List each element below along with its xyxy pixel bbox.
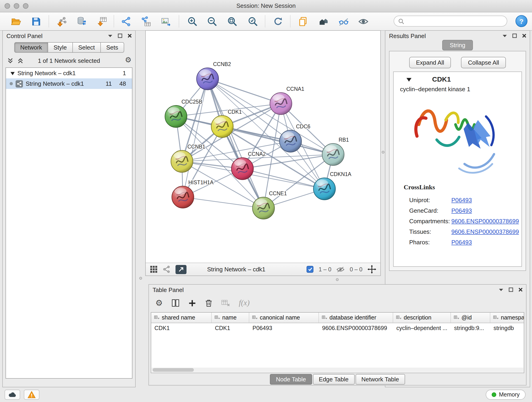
column-header-name[interactable]: name <box>212 313 249 323</box>
column-header-database-identifier[interactable]: database identifier <box>319 313 393 323</box>
node-label-HIST1H1A: HIST1H1A <box>188 179 214 185</box>
table-cell[interactable]: CDK1 <box>151 323 212 333</box>
crosslink-compartments-link[interactable]: 9606.ENSP00000378699 <box>451 218 519 225</box>
edge-CCNB2-CCNE1 <box>208 79 264 208</box>
new-network-button[interactable] <box>120 16 133 27</box>
import-network-from-file-button[interactable] <box>56 16 68 27</box>
float-panel-icon[interactable] <box>509 287 513 292</box>
close-panel-icon[interactable] <box>522 33 526 38</box>
selected-elements-checkbox[interactable] <box>307 266 314 273</box>
panel-menu-icon[interactable] <box>502 34 507 38</box>
search-input[interactable] <box>407 17 503 25</box>
column-header-description[interactable]: description <box>393 313 451 323</box>
home-houses-icon <box>318 16 329 27</box>
close-panel-icon[interactable] <box>518 287 523 292</box>
import-network-from-database-button[interactable] <box>76 16 88 27</box>
node-label-CCNA1: CCNA1 <box>286 86 304 92</box>
column-header-id[interactable]: @id <box>451 313 490 323</box>
expand-all-button[interactable]: Expand All <box>409 57 451 68</box>
select-columns-icon[interactable] <box>171 299 180 307</box>
table-import-icon <box>97 16 108 27</box>
zoom-out-button[interactable] <box>206 16 218 27</box>
tab-style[interactable]: Style <box>48 42 73 53</box>
column-header-canonical-name[interactable]: canonical name <box>249 313 319 323</box>
crosslink-tissues-link[interactable]: 9606.ENSP00000378699 <box>451 228 519 235</box>
move-crosshair-icon[interactable] <box>367 265 376 274</box>
edge-count: 48 <box>119 80 126 87</box>
zoom-fit-button[interactable] <box>226 16 238 27</box>
crosslink-row: GeneCard:P06493 <box>394 205 521 216</box>
network-node-HIST1H1A[interactable]: HIST1H1A <box>172 179 214 208</box>
table-cell[interactable]: stringdb <box>490 323 524 333</box>
network-node-CDKN1A[interactable]: CDKN1A <box>313 171 351 200</box>
hidden-elements-eye-icon[interactable] <box>336 266 345 273</box>
close-panel-icon[interactable] <box>127 33 132 38</box>
network-row-selected[interactable]: String Network – cdk1 11 48 <box>6 78 132 89</box>
network-label: String Network – cdk1 <box>26 80 84 87</box>
network-canvas[interactable]: CCNB2CCNA1CDC25BCDK1CDC6RB1CCNB1CCNA2CDK… <box>145 30 381 276</box>
delete-column-trash-icon[interactable] <box>205 299 213 307</box>
network-view-share-icon[interactable] <box>163 265 171 273</box>
birds-eye-grid-icon[interactable] <box>150 265 158 273</box>
disclosure-triangle-icon[interactable] <box>11 71 15 75</box>
home-button[interactable] <box>317 16 329 27</box>
crosslink-pharos-link[interactable]: P06493 <box>451 239 472 246</box>
warnings-button[interactable] <box>24 390 39 400</box>
column-header-shared-name[interactable]: shared name <box>151 313 212 323</box>
cloud-status-button[interactable] <box>5 390 20 400</box>
new-table-from-network-button[interactable] <box>140 16 152 27</box>
collapse-all-button[interactable]: Collapse All <box>461 57 506 68</box>
horizontal-scrollbar[interactable] <box>152 368 523 372</box>
node-label-CDC6: CDC6 <box>296 123 310 129</box>
network-selection-summary: 1 of 1 Network selected <box>3 57 135 64</box>
table-cell[interactable]: cyclin–dependent ... <box>393 323 451 333</box>
export-image-button[interactable] <box>160 16 172 27</box>
help-button[interactable]: ? <box>515 15 527 27</box>
network-node-RB1[interactable]: RB1 <box>322 137 349 166</box>
crosslink-uniprot-link[interactable]: P06493 <box>451 197 472 204</box>
open-session-button[interactable] <box>10 16 22 27</box>
zoom-in-button[interactable] <box>186 16 198 27</box>
tab-network[interactable]: Network <box>14 42 48 53</box>
crosslink-genecard-link[interactable]: P06493 <box>451 207 472 214</box>
tab-string[interactable]: String <box>442 40 473 51</box>
hide-graphics-details-button[interactable] <box>338 16 350 27</box>
save-session-button[interactable] <box>30 16 42 27</box>
copy-document-button[interactable] <box>297 16 309 27</box>
panel-menu-icon[interactable] <box>108 34 113 38</box>
tab-select[interactable]: Select <box>72 42 101 53</box>
splitter-handle[interactable] <box>336 278 339 281</box>
network-node-CCNA1[interactable]: CCNA1 <box>270 86 304 115</box>
table-cell[interactable]: P06493 <box>249 323 319 333</box>
panel-menu-icon[interactable] <box>499 288 504 292</box>
splitter-handle[interactable] <box>139 277 142 280</box>
add-column-icon[interactable] <box>188 299 196 307</box>
tab-node-table[interactable]: Node Table <box>270 374 312 385</box>
table-cell[interactable]: 9606.ENSP00000378699 <box>319 323 393 333</box>
gear-icon[interactable]: ⚙ <box>125 56 132 64</box>
show-hide-panel-button[interactable] <box>357 16 369 27</box>
zoom-selected-button[interactable] <box>247 16 259 27</box>
network-collection-row[interactable]: String Network – cdk1 1 <box>6 68 132 78</box>
gene-description: cyclin–dependent kinase 1 <box>394 86 521 97</box>
network-graph[interactable]: CCNB2CCNA1CDC25BCDK1CDC6RB1CCNB1CCNA2CDK… <box>146 31 380 263</box>
splitter-handle[interactable] <box>382 151 385 153</box>
scrollbar-thumb[interactable] <box>152 368 194 372</box>
float-panel-icon[interactable] <box>512 33 517 38</box>
refresh-button[interactable] <box>272 16 284 27</box>
table-cell[interactable]: CDK1 <box>212 323 249 333</box>
gear-icon[interactable]: ⚙ <box>155 299 163 307</box>
table-cell[interactable]: stringdb:9... <box>451 323 490 333</box>
disclosure-triangle-icon[interactable] <box>406 77 412 82</box>
network-view-footer: String Network – cdk1 1 – 0 0 – 0 <box>146 263 380 275</box>
tab-sets[interactable]: Sets <box>100 42 124 53</box>
tab-network-table[interactable]: Network Table <box>355 374 405 385</box>
network-node-CDK1[interactable]: CDK1 <box>211 109 242 138</box>
open-in-new-window-button[interactable] <box>176 265 186 274</box>
tab-edge-table[interactable]: Edge Table <box>313 374 355 385</box>
column-header-namespac[interactable]: namespac <box>490 313 524 323</box>
network-node-CCNB2[interactable]: CCNB2 <box>196 61 231 90</box>
memory-button[interactable]: Memory <box>486 390 526 400</box>
float-panel-icon[interactable] <box>118 33 122 38</box>
import-table-button[interactable] <box>96 16 108 27</box>
